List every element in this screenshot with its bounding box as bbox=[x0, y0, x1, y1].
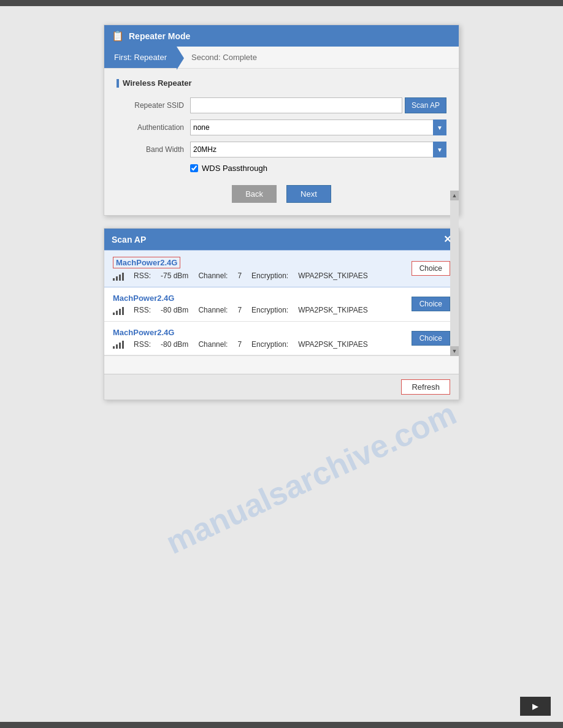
ap-item-3: MachPower2.4G RSS: -80 dBm Channel: 7 bbox=[104, 322, 459, 356]
step-first-label: First: Repeater bbox=[114, 53, 167, 62]
choice-button-3[interactable]: Choice bbox=[412, 331, 450, 346]
authentication-row: Authentication none ▼ bbox=[117, 119, 446, 135]
channel-value-3: 7 bbox=[237, 340, 242, 349]
panel-title: Repeater Mode bbox=[129, 31, 190, 41]
choice-button-1[interactable]: Choice bbox=[412, 261, 450, 276]
rss-value-3: -80 dBm bbox=[161, 340, 188, 349]
channel-label-1: Channel: bbox=[198, 271, 228, 280]
encryption-value-2: WPA2PSK_TKIPAES bbox=[298, 306, 368, 314]
bandwidth-label: Band Width bbox=[117, 145, 190, 154]
scan-footer: Refresh bbox=[104, 374, 459, 400]
repeater-icon: 📋 bbox=[112, 30, 124, 42]
channel-value-1: 7 bbox=[237, 271, 242, 280]
next-button[interactable]: Next bbox=[286, 185, 331, 203]
rss-label-1: RSS: bbox=[134, 271, 151, 280]
authentication-select-arrow[interactable]: ▼ bbox=[433, 119, 446, 135]
svg-rect-0 bbox=[113, 278, 115, 281]
action-buttons-row: Back Next bbox=[117, 185, 446, 203]
section-header: Wireless Repeater bbox=[117, 78, 446, 88]
wds-passthrough-row: WDS Passthrough bbox=[190, 164, 446, 173]
top-navigation-bar bbox=[0, 0, 563, 6]
panel-body: Wireless Repeater Repeater SSID Scan AP … bbox=[104, 69, 459, 215]
encryption-label-3: Encryption: bbox=[251, 340, 288, 349]
svg-rect-3 bbox=[122, 273, 124, 281]
signal-icon-3 bbox=[113, 340, 124, 349]
bandwidth-select-wrapper: 20MHz ▼ bbox=[190, 142, 446, 157]
authentication-select[interactable]: none bbox=[190, 119, 434, 135]
svg-rect-4 bbox=[113, 313, 115, 315]
svg-rect-5 bbox=[116, 311, 118, 315]
ap-info-row-2: RSS: -80 dBm Channel: 7 Encryption: WPA2… bbox=[113, 306, 450, 315]
channel-label-2: Channel: bbox=[198, 306, 228, 314]
svg-rect-8 bbox=[113, 346, 115, 349]
bandwidth-select[interactable]: 20MHz bbox=[190, 142, 434, 157]
repeater-ssid-label: Repeater SSID bbox=[117, 101, 190, 110]
channel-label-3: Channel: bbox=[198, 340, 228, 349]
step-first[interactable]: First: Repeater bbox=[104, 47, 177, 68]
svg-rect-6 bbox=[119, 309, 121, 315]
encryption-value-3: WPA2PSK_TKIPAES bbox=[298, 340, 368, 349]
scan-ap-title-text: Scan AP bbox=[112, 235, 146, 245]
ap-name-1: MachPower2.4G bbox=[113, 257, 180, 268]
repeater-ssid-row: Repeater SSID Scan AP bbox=[117, 97, 446, 113]
page-content: 📋 Repeater Mode First: Repeater Second: … bbox=[0, 6, 563, 419]
svg-rect-11 bbox=[122, 341, 124, 349]
section-bar-indicator bbox=[117, 79, 119, 88]
svg-rect-7 bbox=[122, 307, 124, 315]
channel-value-2: 7 bbox=[237, 306, 242, 314]
refresh-button[interactable]: Refresh bbox=[401, 379, 450, 395]
step-second[interactable]: Second: Complete bbox=[177, 47, 267, 68]
rss-label-3: RSS: bbox=[134, 340, 151, 349]
repeater-mode-panel: 📋 Repeater Mode First: Repeater Second: … bbox=[104, 25, 459, 216]
encryption-value-1: WPA2PSK_TKIPAES bbox=[298, 271, 368, 280]
scan-ap-panel: Scan AP ✕ MachPower2.4G RSS: bbox=[104, 228, 459, 400]
rss-value-2: -80 dBm bbox=[161, 306, 188, 314]
svg-rect-2 bbox=[119, 275, 121, 281]
scroll-down-arrow[interactable]: ▼ bbox=[450, 346, 459, 356]
back-button[interactable]: Back bbox=[232, 185, 277, 203]
steps-bar: First: Repeater Second: Complete bbox=[104, 47, 459, 69]
encryption-label-1: Encryption: bbox=[251, 271, 288, 280]
ap-name-2: MachPower2.4G bbox=[113, 294, 450, 303]
scroll-up-arrow[interactable]: ▲ bbox=[450, 191, 459, 200]
choice-button-2[interactable]: Choice bbox=[412, 297, 450, 311]
svg-rect-1 bbox=[116, 276, 118, 281]
step-second-label: Second: Complete bbox=[191, 53, 257, 62]
repeater-ssid-input[interactable] bbox=[190, 97, 402, 113]
svg-rect-10 bbox=[119, 343, 121, 349]
rss-value-1: -75 dBm bbox=[161, 271, 188, 280]
rss-label-2: RSS: bbox=[134, 306, 151, 314]
wds-label: WDS Passthrough bbox=[202, 164, 267, 173]
section-title: Wireless Repeater bbox=[123, 78, 192, 88]
bottom-navigation-bar bbox=[0, 722, 563, 728]
ap-info-row-1: RSS: -75 dBm Channel: 7 Encryption: WPA2… bbox=[113, 271, 450, 281]
watermark: manualsarchive.com bbox=[160, 395, 462, 561]
authentication-select-wrapper: none ▼ bbox=[190, 119, 446, 135]
wds-checkbox[interactable] bbox=[190, 164, 198, 172]
ap-item-1: MachPower2.4G RSS: -75 dBm Channel: 7 bbox=[104, 250, 459, 287]
bottom-right-button[interactable]: ▶ bbox=[520, 697, 551, 716]
panel-title-bar: 📋 Repeater Mode bbox=[104, 25, 459, 47]
ap-info-row-3: RSS: -80 dBm Channel: 7 Encryption: WPA2… bbox=[113, 340, 450, 349]
ap-item-2: MachPower2.4G RSS: -80 dBm Channel: 7 bbox=[104, 287, 459, 322]
ap-name-3: MachPower2.4G bbox=[113, 328, 450, 337]
authentication-label: Authentication bbox=[117, 123, 190, 132]
scan-ap-button[interactable]: Scan AP bbox=[405, 97, 446, 113]
encryption-label-2: Encryption: bbox=[251, 306, 288, 314]
svg-rect-9 bbox=[116, 344, 118, 349]
bandwidth-row: Band Width 20MHz ▼ bbox=[117, 142, 446, 157]
signal-icon-2 bbox=[113, 306, 124, 315]
scan-ap-title-bar: Scan AP ✕ bbox=[104, 229, 459, 250]
bandwidth-select-arrow[interactable]: ▼ bbox=[433, 142, 446, 157]
ap-list: MachPower2.4G RSS: -75 dBm Channel: 7 bbox=[104, 250, 459, 355]
signal-icon-1 bbox=[113, 271, 124, 281]
